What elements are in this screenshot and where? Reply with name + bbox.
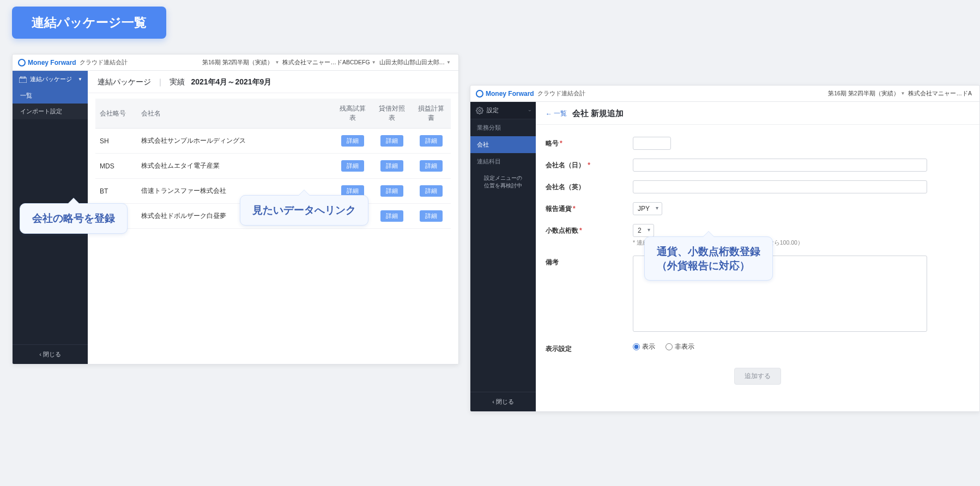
back-label: 一覧 [554,109,567,118]
period-selector[interactable]: 第16期 第2四半期（実績） ▼ [828,90,905,98]
input-name-en[interactable] [633,180,927,193]
right-topbar: Money Forward クラウド連結会計 第16期 第2四半期（実績） ▼ … [470,86,979,102]
detail-button-tb[interactable]: 詳細 [341,135,364,147]
company-selector[interactable]: 株式会社マニャー…ドABCDEFG ▼ [282,59,376,66]
sidebar-item-biztype[interactable]: 業務分類 [470,119,536,136]
app-logo: Money Forward クラウド連結会計 [470,89,585,98]
company-label: 株式会社マニャー…ドA [908,90,972,98]
label-code: 略号* [546,137,633,148]
callout-text-l2: （外貨報告に対応） [657,259,760,273]
sidebar-close-button[interactable]: ‹ 閉じる [470,392,536,411]
radio-display-hide[interactable]: 非表示 [666,342,694,351]
input-name-jp[interactable] [633,159,927,172]
logo-text: Money Forward [28,59,76,66]
detail-button-bs[interactable]: 詳細 [380,185,403,197]
sidebar-head-settings[interactable]: 設定 › [470,102,536,119]
radio-show-label: 表示 [642,342,655,351]
sidebar-item-label: 連結科目 [477,158,501,165]
detail-button-pl[interactable]: 詳細 [420,210,443,222]
package-icon [18,76,28,83]
chevron-down-icon: › [527,110,533,111]
sidebar-item-label: 業務分類 [477,124,501,131]
label-name-jp: 会社名（日） * [546,159,633,170]
col-trial-balance: 残高試算表 [333,99,372,129]
detail-button-pl[interactable]: 詳細 [420,135,443,147]
callout-link: 見たいデータへリンク [240,195,368,226]
period-label: 第16期 第2四半期（実績） [828,90,899,98]
sidebar-close-button[interactable]: ‹ 閉じる [13,344,88,364]
user-label: 山田太郎山部山田太郎… [379,59,445,66]
cell-code: MDS [95,154,137,179]
col-balance-sheet: 貸借対照表 [372,99,412,129]
page-title-row: 連結パッケージ ｜ 実績 2021年4月～2021年9月 [88,71,458,93]
label-decimals: 小数点桁数* [546,224,633,235]
sidebar-note: 設定メニューの 位置を再検討中 [470,170,536,196]
page-banner-text: 連結パッケージ一覧 [32,15,147,29]
title-separator: ｜ [156,77,164,86]
page-title-kind: 実績 [170,77,185,86]
caret-down-icon: ▼ [275,60,279,65]
page-title-period: 2021年4月～2021年9月 [191,77,271,86]
select-decimals[interactable]: 2 [633,224,654,237]
select-decimals-value: 2 [638,227,642,234]
sidebar-item-label: 会社 [477,141,489,148]
sidebar-item-accounts[interactable]: 連結科目 [470,153,536,170]
sidebar-item-company[interactable]: 会社 [470,136,536,153]
callout-text: 会社の略号を登録 [32,212,115,224]
submit-add-button[interactable]: 追加する [734,368,781,385]
select-currency[interactable]: JPY [633,202,662,215]
radio-display-show[interactable]: 表示 [633,342,655,351]
logo-icon [18,59,26,66]
close-label: 閉じる [496,398,514,405]
col-pl: 損益計算書 [412,99,451,129]
detail-button-tb[interactable]: 詳細 [341,160,364,172]
back-to-list-link[interactable]: ← 一覧 [546,109,567,118]
chevron-left-icon: ‹ [39,351,43,357]
detail-button-pl[interactable]: 詳細 [420,185,443,197]
product-name: クラウド連結会計 [537,89,585,98]
period-label: 第16期 第2四半期（実績） [202,59,273,66]
callout-abbrev: 会社の略号を登録 [20,203,128,234]
label-memo: 備考 [546,256,633,267]
detail-button-pl[interactable]: 詳細 [420,160,443,172]
cell-code: BT [95,179,137,204]
svg-rect-0 [19,78,27,83]
svg-point-2 [479,110,481,112]
caret-down-icon: ▼ [901,91,905,96]
arrow-left-icon: ← [546,110,552,118]
left-topbar: Money Forward クラウド連結会計 第16期 第2四半期（実績） ▼ … [13,54,458,71]
sidebar-item-label: 一覧 [20,92,32,99]
page-title-prefix: 連結パッケージ [98,77,151,86]
cell-code: SH [95,129,137,154]
caret-down-icon: ▼ [78,77,82,82]
input-code[interactable] [633,137,671,150]
right-sidebar: 設定 › 業務分類 会社 連結科目 設定メニューの 位置を再検討中 ‹ 閉じる [470,102,536,411]
sidebar-item-list[interactable]: 一覧 [13,88,88,104]
callout-text-l1: 通貨、小数点桁数登録 [657,245,760,259]
svg-rect-1 [21,76,25,78]
label-name-en: 会社名（英） [546,180,633,192]
sidebar-note-l2: 位置を再検討中 [474,182,533,190]
period-selector[interactable]: 第16期 第2四半期（実績） ▼ [202,59,279,66]
detail-button-bs[interactable]: 詳細 [380,160,403,172]
logo-icon [476,90,483,98]
detail-button-bs[interactable]: 詳細 [380,135,403,147]
cell-name: 株式会社サンプルホールディングス [137,129,333,154]
gear-icon [476,107,483,114]
callout-currency: 通貨、小数点桁数登録 （外貨報告に対応） [644,236,773,281]
chevron-left-icon: ‹ [492,398,496,405]
product-name: クラウド連結会計 [80,58,128,66]
sidebar-item-package[interactable]: 連結パッケージ ▼ [13,71,88,88]
label-currency: 報告通貨* [546,202,633,214]
col-name: 会社名 [137,99,333,129]
label-display: 表示設定 [546,342,633,354]
sidebar-item-import[interactable]: インポート設定 [13,104,88,119]
company-label: 株式会社マニャー…ドABCDEFG [282,59,370,66]
sidebar-head-label: 設定 [487,106,499,114]
company-selector[interactable]: 株式会社マニャー…ドA [908,90,972,98]
user-selector[interactable]: 山田太郎山部山田太郎… ▼ [379,59,451,66]
sidebar-note-l1: 設定メニューの [474,174,533,182]
callout-text: 見たいデータへリンク [252,204,356,216]
detail-button-bs[interactable]: 詳細 [380,210,403,222]
logo-text: Money Forward [486,90,534,98]
